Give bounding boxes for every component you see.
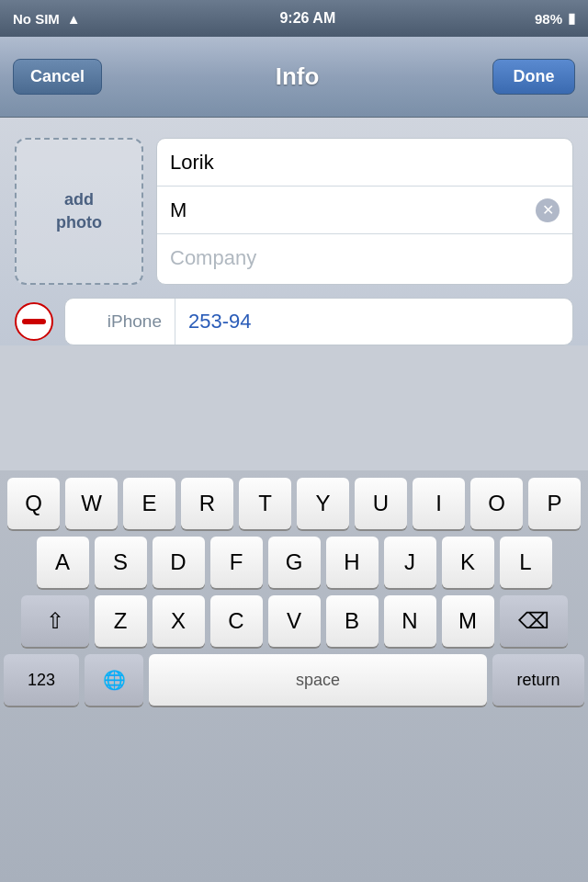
key-m[interactable]: M [442, 595, 494, 647]
key-s[interactable]: S [95, 537, 147, 588]
key-v[interactable]: V [268, 595, 321, 647]
battery-icon: ▮ [568, 10, 575, 27]
clear-lastname-button[interactable]: ✕ [536, 198, 560, 222]
key-x[interactable]: X [153, 595, 205, 647]
key-q[interactable]: Q [7, 478, 60, 529]
keyboard: Q W E R T Y U I O P A S D F G H J K L ⇧ … [0, 470, 588, 882]
backspace-key[interactable]: ⌫ [500, 595, 568, 647]
globe-key[interactable]: 🌐 [85, 654, 143, 706]
add-photo-button[interactable]: addphoto [15, 138, 143, 285]
last-name-field: ✕ [157, 187, 572, 234]
shift-key[interactable]: ⇧ [21, 595, 89, 647]
key-t[interactable]: T [239, 478, 291, 529]
key-l[interactable]: L [500, 537, 552, 588]
numbers-key[interactable]: 123 [4, 654, 79, 706]
cancel-button[interactable]: Cancel [13, 59, 102, 95]
phone-type-label[interactable]: iPhone [65, 299, 175, 345]
name-fields-container: ✕ [156, 138, 573, 285]
nav-title: Info [276, 62, 320, 91]
last-name-input[interactable] [170, 198, 536, 222]
status-bar: No SIM ▲ 9:26 AM 98% ▮ [0, 0, 588, 37]
remove-phone-button[interactable] [15, 302, 53, 341]
key-k[interactable]: K [442, 537, 494, 588]
battery-label: 98% [535, 11, 562, 27]
company-field [157, 234, 572, 282]
key-e[interactable]: E [123, 478, 175, 529]
carrier-label: No SIM [13, 11, 60, 27]
minus-icon [22, 319, 46, 324]
key-a[interactable]: A [37, 537, 89, 588]
key-i[interactable]: I [413, 478, 465, 529]
status-right: 98% ▮ [535, 10, 575, 27]
key-o[interactable]: O [470, 478, 523, 529]
key-h[interactable]: H [326, 537, 379, 588]
key-y[interactable]: Y [297, 478, 349, 529]
status-left: No SIM ▲ [13, 11, 81, 27]
key-p[interactable]: P [528, 478, 581, 529]
key-n[interactable]: N [384, 595, 436, 647]
phone-section: iPhone 253-94 [15, 298, 573, 345]
key-c[interactable]: C [210, 595, 263, 647]
keyboard-row-3: ⇧ Z X C V B N M ⌫ [4, 595, 584, 647]
contact-form-row: addphoto ✕ [15, 138, 573, 285]
content-area: addphoto ✕ iPhone 253-94 [0, 118, 588, 345]
key-z[interactable]: Z [95, 595, 147, 647]
done-button[interactable]: Done [492, 59, 575, 95]
key-j[interactable]: J [384, 537, 436, 588]
key-b[interactable]: B [326, 595, 379, 647]
company-input[interactable] [170, 246, 560, 270]
key-g[interactable]: G [268, 537, 321, 588]
wifi-icon: ▲ [67, 11, 81, 27]
first-name-field [157, 139, 572, 187]
keyboard-row-4: 123 🌐 space return [4, 654, 584, 706]
key-f[interactable]: F [210, 537, 263, 588]
status-time: 9:26 AM [279, 10, 335, 27]
nav-bar: Cancel Info Done [0, 37, 588, 118]
key-u[interactable]: U [355, 478, 407, 529]
keyboard-row-1: Q W E R T Y U I O P [4, 478, 584, 529]
phone-value[interactable]: 253-94 [175, 310, 265, 334]
key-d[interactable]: D [153, 537, 205, 588]
first-name-input[interactable] [170, 151, 560, 175]
add-photo-label: addphoto [56, 188, 102, 234]
phone-field-container: iPhone 253-94 [64, 298, 573, 345]
key-w[interactable]: W [65, 478, 118, 529]
keyboard-row-2: A S D F G H J K L [4, 537, 584, 588]
return-key[interactable]: return [492, 654, 584, 706]
space-key[interactable]: space [149, 654, 487, 706]
key-r[interactable]: R [181, 478, 233, 529]
